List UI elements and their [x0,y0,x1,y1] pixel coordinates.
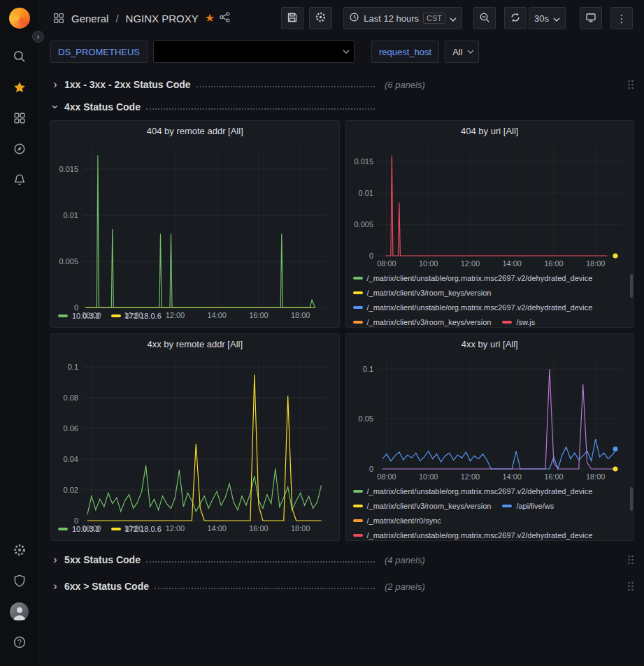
time-range-picker[interactable]: Last 12 hours CST [343,7,462,29]
breadcrumb-separator: / [115,13,118,24]
request-host-value: All [445,47,462,57]
variable-request-host-select[interactable]: All [445,41,478,63]
clock-icon [349,12,359,24]
legend-item[interactable]: /sw.js [502,315,535,327]
redacted-value [154,41,338,62]
variable-request-host-label[interactable]: request_host [371,41,439,63]
sidebar-expand-button[interactable]: › [32,31,44,43]
zoom-out-icon [479,12,490,25]
svg-text:08:00: 08:00 [377,472,396,481]
refresh-button[interactable] [504,7,527,29]
legend-item[interactable]: /_matrix/client/unstable/org.matrix.msc2… [353,271,593,285]
chevron-down-icon: › [49,102,62,112]
dotted-leader [146,561,375,563]
legend-label: /_matrix/client/unstable/org.matrix.msc2… [367,528,593,540]
legend-item[interactable]: /api/live/ws [502,499,554,513]
row-1xx-3xx-2xx[interactable]: › 1xx - 3xx - 2xx Status Code (6 panels) [50,74,634,95]
legend-item[interactable]: /_matrix/client/unstable/org.matrix.msc2… [353,528,593,540]
more-options-button[interactable]: ⋮ [610,7,633,29]
variable-datasource-label[interactable]: DS_PROMETHEUS [50,41,148,63]
zoom-out-button[interactable] [473,7,496,29]
dashboard-content: › 1xx - 3xx - 2xx Status Code (6 panels)… [38,71,644,666]
sidebar-item-starred[interactable] [0,72,38,103]
sidebar-item-profile[interactable] [0,596,38,627]
series-color-swatch [502,505,512,507]
svg-text:0.02: 0.02 [64,486,78,494]
chart-legend: /_matrix/client/unstable/org.matrix.msc2… [346,483,634,540]
legend-scrollbar[interactable] [630,487,633,511]
sidebar-item-dashboards[interactable] [0,103,38,133]
row-4xx[interactable]: › 4xx Status Code [50,96,634,117]
panel-title[interactable]: 4xx by remote addr [All] [51,334,339,354]
time-series-chart[interactable]: 00.0050.010.01508:0010:0012:0014:0016:00… [54,140,336,307]
legend-item[interactable]: /_matrix/client/v3/room_keys/version [353,286,492,300]
time-series-chart[interactable]: 00.020.040.060.080.108:0010:0012:0014:00… [54,354,336,521]
panel-title[interactable]: 404 by uri [All] [346,121,634,140]
series-color-swatch [353,306,363,309]
row-title: 5xx Status Code [64,554,141,565]
svg-text:12:00: 12:00 [166,311,185,319]
kebab-icon: ⋮ [617,13,627,24]
sidebar: ? [0,0,38,666]
dashboard-header: General / NGINX PROXY ★ [38,0,644,36]
time-series-chart[interactable]: 00.0050.010.01508:0010:0012:0014:0016:00… [349,140,631,270]
refresh-interval-dropdown[interactable]: 30s [529,7,566,29]
legend-label: /_matrix/client/unstable/org.matrix.msc2… [367,271,593,285]
panel-title[interactable]: 404 by remote addr [All] [51,121,339,140]
share-button[interactable] [217,9,233,27]
svg-text:0.015: 0.015 [354,157,373,166]
svg-text:0.04: 0.04 [64,455,78,463]
row-drag-handle[interactable] [627,581,634,592]
cycle-view-mode-button[interactable] [580,7,602,29]
variable-datasource-select[interactable] [153,41,355,63]
dotted-leader [146,108,375,110]
sidebar-item-alerting[interactable] [0,164,38,195]
save-dashboard-button[interactable] [281,7,303,29]
breadcrumb-title[interactable]: NGINX PROXY [126,13,199,24]
svg-text:18:00: 18:00 [585,472,605,481]
series-color-swatch [353,505,363,507]
dashboard-settings-button[interactable] [309,7,332,29]
chevron-right-icon: › [37,33,39,41]
legend-label: /sw.js [516,315,535,327]
gear-icon [315,11,327,25]
time-range-label: Last 12 hours [364,13,419,24]
svg-text:08:00: 08:00 [377,259,396,268]
sidebar-item-server-admin[interactable] [0,565,38,596]
svg-text:10:00: 10:00 [418,259,438,268]
favorite-star-button[interactable]: ★ [203,10,217,26]
row-title: 4xx Status Code [64,101,141,113]
svg-text:0: 0 [368,252,373,260]
legend-item[interactable]: /_matrix/client/unstable/org.matrix.msc2… [353,301,593,314]
svg-text:14:00: 14:00 [502,259,522,268]
breadcrumb-section[interactable]: General [71,13,108,24]
svg-text:12:00: 12:00 [460,472,480,481]
legend-item[interactable]: /_matrix/client/unstable/org.matrix.msc2… [353,484,593,498]
row-header-left: › 4xx Status Code [50,101,380,113]
main-area: General / NGINX PROXY ★ [38,0,644,666]
legend-item[interactable]: /_matrix/client/v3/room_keys/version [353,499,492,513]
grafana-logo[interactable] [9,8,30,29]
row-drag-handle[interactable] [627,554,634,565]
sidebar-item-settings[interactable] [0,535,38,565]
time-series-chart[interactable]: 00.050.108:0010:0012:0014:0016:0018:00 [349,354,631,483]
row-title: 1xx - 3xx - 2xx Status Code [64,79,191,90]
bell-icon [13,173,27,187]
svg-text:16:00: 16:00 [544,259,564,268]
share-icon [219,11,231,25]
legend-item[interactable]: /_matrix/client/v3/room_keys/version [353,315,492,327]
legend-item[interactable]: /_matrix/client/r0/sync [353,514,441,528]
sidebar-item-explore[interactable] [0,133,38,164]
sidebar-item-search[interactable] [0,41,38,72]
panel-title[interactable]: 4xx by uri [All] [346,334,634,354]
legend-label: /_matrix/client/unstable/org.matrix.msc2… [367,301,593,314]
legend-label: /_matrix/client/v3/room_keys/version [367,499,492,513]
row-6xx[interactable]: › 6xx > Status Code (2 panels) [50,576,634,597]
row-drag-handle[interactable] [627,79,634,90]
sidebar-item-help[interactable]: ? [0,627,38,658]
row-5xx[interactable]: › 5xx Status Code (4 panels) [50,549,634,570]
series-color-swatch [353,519,363,522]
legend-scrollbar[interactable] [630,274,633,298]
panel-4xx-by-uri: 4xx by uri [All] 00.050.108:0010:0012:00… [345,333,635,541]
breadcrumb: General / NGINX PROXY [71,13,199,24]
